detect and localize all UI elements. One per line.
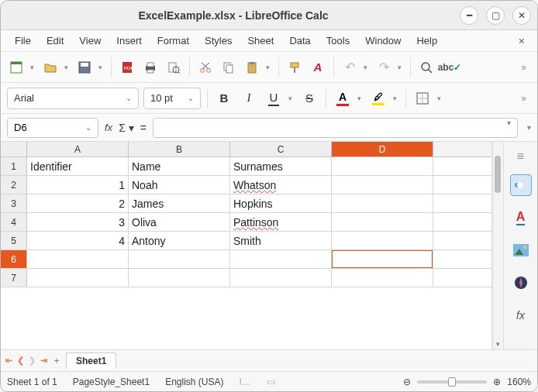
cell-D5[interactable] xyxy=(332,232,433,249)
function-wizard-icon[interactable]: fx xyxy=(105,122,112,133)
font-size-combo[interactable]: 10 pt⌄ xyxy=(143,88,201,109)
cell-B5[interactable]: Antony xyxy=(129,232,230,249)
cell-B4[interactable]: Oliva xyxy=(129,213,230,231)
cell-D2[interactable] xyxy=(332,176,433,194)
cut-icon[interactable] xyxy=(196,58,215,77)
dropdown-icon[interactable]: ▾ xyxy=(364,64,370,71)
cell-B6[interactable] xyxy=(129,250,230,268)
formula-icon[interactable]: = xyxy=(140,122,147,134)
sum-icon[interactable]: Σ ▾ xyxy=(119,122,134,134)
dropdown-icon[interactable]: ▾ xyxy=(357,95,364,102)
print-icon[interactable] xyxy=(141,58,160,77)
cell-C7[interactable] xyxy=(230,269,332,287)
dropdown-icon[interactable]: ▾ xyxy=(64,64,71,71)
sidebar-navigator-icon[interactable] xyxy=(510,272,532,294)
font-name-combo[interactable]: Arial⌄ xyxy=(7,88,139,109)
cell-A4[interactable]: 3 xyxy=(27,213,129,231)
menu-close-icon[interactable]: × xyxy=(514,33,529,49)
dropdown-icon[interactable]: ▾ xyxy=(288,95,295,102)
sidebar-properties-icon[interactable] xyxy=(510,174,532,196)
menu-insert[interactable]: Insert xyxy=(110,33,148,49)
cell-C5[interactable]: Smith xyxy=(230,232,332,249)
undo-icon[interactable]: ↶ xyxy=(340,58,359,77)
maximize-button[interactable]: ▢ xyxy=(486,6,505,25)
scroll-down-icon[interactable]: ▾ xyxy=(493,339,503,349)
formula-bar-expand-icon[interactable]: ▾ xyxy=(524,123,531,132)
zoom-slider[interactable] xyxy=(417,380,487,383)
formula-input[interactable] xyxy=(153,118,518,138)
spreadsheet-grid[interactable]: A B C D 1IdentifierNameSurnames21NoahWha… xyxy=(1,142,492,349)
row-header[interactable]: 2 xyxy=(1,176,27,194)
toolbar-overflow-icon[interactable]: » xyxy=(516,62,531,73)
save-icon[interactable] xyxy=(75,58,94,77)
menu-styles[interactable]: Styles xyxy=(198,33,238,49)
menu-sheet[interactable]: Sheet xyxy=(241,33,280,49)
sidebar-menu-icon[interactable]: ≡ xyxy=(517,150,524,163)
strikethrough-button[interactable]: S xyxy=(299,88,319,108)
row-header[interactable]: 6 xyxy=(1,250,27,268)
column-header-d[interactable]: D xyxy=(332,142,433,156)
dropdown-icon[interactable]: ▾ xyxy=(30,64,36,71)
italic-button[interactable]: I xyxy=(239,88,259,108)
status-selection-mode[interactable]: ▭ xyxy=(267,377,275,387)
next-sheet-icon[interactable]: ❯ xyxy=(29,356,36,366)
redo-icon[interactable]: ↷ xyxy=(374,58,393,77)
add-sheet-icon[interactable]: ＋ xyxy=(52,354,61,367)
dropdown-icon[interactable]: ▾ xyxy=(437,95,443,102)
cell-D1[interactable] xyxy=(332,157,433,175)
column-header-a[interactable]: A xyxy=(27,142,129,156)
highlight-color-button[interactable]: 🖊 xyxy=(368,88,388,108)
open-icon[interactable] xyxy=(41,58,60,77)
cell-B3[interactable]: James xyxy=(129,194,230,212)
cell-D3[interactable] xyxy=(332,194,433,212)
cell-D4[interactable] xyxy=(332,213,433,231)
tab-sheet1[interactable]: Sheet1 xyxy=(66,352,116,369)
paste-icon[interactable] xyxy=(243,58,261,77)
zoom-in-icon[interactable]: ⊕ xyxy=(493,377,501,387)
cell-C1[interactable]: Surnames xyxy=(230,157,332,175)
bold-button[interactable]: B xyxy=(214,88,234,108)
vertical-scrollbar[interactable]: ▾ xyxy=(492,142,503,349)
print-preview-icon[interactable] xyxy=(164,58,183,77)
dropdown-icon[interactable]: ▾ xyxy=(266,64,272,71)
find-icon[interactable] xyxy=(417,58,436,77)
close-button[interactable]: ✕ xyxy=(512,6,531,25)
menu-help[interactable]: Help xyxy=(410,33,443,49)
spellcheck-icon[interactable]: abc✓ xyxy=(440,58,459,77)
menu-data[interactable]: Data xyxy=(283,33,316,49)
clone-formatting-icon[interactable] xyxy=(285,58,304,77)
pdf-export-icon[interactable]: PDF xyxy=(118,58,136,77)
menu-edit[interactable]: Edit xyxy=(40,33,70,49)
cell-A5[interactable]: 4 xyxy=(27,232,129,249)
row-header[interactable]: 7 xyxy=(1,269,27,287)
select-all-corner[interactable] xyxy=(1,142,27,156)
cell-A1[interactable]: Identifier xyxy=(27,157,129,175)
cell-C2[interactable]: Whatson xyxy=(230,176,332,194)
menu-tools[interactable]: Tools xyxy=(320,33,356,49)
zoom-out-icon[interactable]: ⊖ xyxy=(403,377,411,387)
menu-file[interactable]: File xyxy=(9,33,37,49)
toolbar-overflow-icon[interactable]: » xyxy=(516,93,531,104)
cell-C6[interactable] xyxy=(230,250,332,268)
prev-sheet-icon[interactable]: ❮ xyxy=(17,356,24,366)
clear-formatting-icon[interactable]: A xyxy=(309,58,327,77)
cell-C4[interactable]: Pattinson xyxy=(230,213,332,231)
dropdown-icon[interactable]: ▾ xyxy=(98,64,105,71)
minimize-button[interactable]: ━ xyxy=(460,6,478,25)
menu-format[interactable]: Format xyxy=(151,33,195,49)
row-header[interactable]: 5 xyxy=(1,232,27,249)
new-icon[interactable] xyxy=(7,58,26,77)
cell-A7[interactable] xyxy=(27,269,129,287)
cell-B7[interactable] xyxy=(129,269,230,287)
cell-B2[interactable]: Noah xyxy=(129,176,230,194)
column-header-c[interactable]: C xyxy=(230,142,332,156)
first-sheet-icon[interactable]: ⇤ xyxy=(5,356,12,366)
name-box[interactable]: D6⌄ xyxy=(7,118,98,138)
menu-view[interactable]: View xyxy=(73,33,107,49)
row-header[interactable]: 3 xyxy=(1,194,27,212)
cell-A6[interactable] xyxy=(27,250,129,268)
underline-button[interactable]: U xyxy=(264,88,284,108)
font-color-button[interactable]: A xyxy=(333,88,353,108)
dropdown-icon[interactable]: ▾ xyxy=(398,64,404,71)
last-sheet-icon[interactable]: ⇥ xyxy=(40,356,47,366)
